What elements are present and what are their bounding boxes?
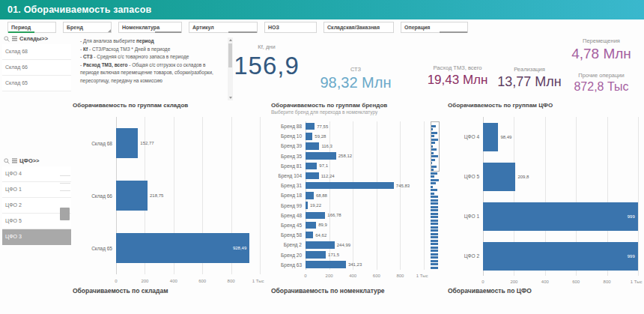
bar[interactable]: 928,49 — [116, 233, 249, 263]
scroll-down-icon[interactable] — [229, 97, 232, 99]
bar[interactable] — [306, 232, 313, 239]
minimap-bar — [431, 209, 438, 211]
x-tick-label: 0 — [482, 280, 484, 284]
x-tick-label: 600 — [198, 279, 206, 283]
listbox-warehouses-header[interactable]: Склады>> — [2, 33, 71, 44]
chart-brands-scroll-minimap[interactable] — [431, 121, 440, 270]
bar[interactable] — [306, 212, 325, 220]
listbox-cfo-header[interactable]: ЦФО>> — [2, 155, 71, 166]
x-tick-label: 600 — [373, 274, 380, 278]
value-label: 218,75 — [150, 193, 163, 198]
list-item[interactable]: Склад 65 — [2, 76, 71, 91]
bar[interactable] — [306, 261, 346, 268]
filter-label: НОЗ — [265, 25, 279, 30]
minimap-thumb[interactable] — [60, 208, 70, 220]
list-item[interactable]: Склад 66 — [2, 60, 71, 76]
plot-area: Склад 68152,77Склад 66218,75Склад 65928,… — [116, 117, 260, 274]
value-label: 258,12 — [338, 154, 352, 158]
bar-row: Склад 65928,49 — [116, 222, 260, 274]
bar-row: Бренд 2244,99 — [306, 240, 424, 250]
kpi-value: 156,9 — [219, 52, 314, 80]
filter-складская-заказная[interactable]: Складская/Заказная — [323, 22, 394, 33]
bar[interactable] — [306, 172, 319, 180]
bar[interactable] — [483, 123, 498, 151]
x-tick-label: 800 — [396, 274, 404, 278]
bar-row: Бренд 31745,83 — [306, 181, 424, 190]
gridline — [260, 117, 261, 274]
minimap-bar — [431, 186, 433, 188]
bar[interactable] — [306, 192, 314, 199]
category-label: Бренд 31 — [281, 183, 302, 188]
minimap-bar — [431, 263, 438, 265]
value-label: 19,22 — [310, 203, 321, 208]
kpi-label: Реализация — [490, 66, 568, 73]
x-tick-label: 400 — [170, 279, 177, 283]
list-icon — [12, 158, 17, 163]
bar[interactable] — [306, 182, 394, 190]
bar[interactable] — [116, 181, 148, 211]
filter-underline — [155, 31, 181, 33]
listbox-warehouses-title: Склады>> — [19, 35, 48, 42]
filter-label: Период — [8, 25, 31, 30]
bar[interactable] — [306, 142, 319, 150]
bar[interactable] — [306, 202, 308, 209]
value-label: 89,9 — [318, 223, 327, 227]
bar[interactable] — [306, 123, 315, 130]
bar-row: ЦФО 5209,8 — [483, 157, 638, 196]
minimap-bar — [431, 172, 437, 175]
value-label: 999 — [628, 254, 638, 259]
minimap-bar — [431, 240, 438, 242]
filter-underline — [228, 31, 257, 33]
bar[interactable] — [306, 241, 335, 249]
filter-label: Артикул — [189, 25, 214, 30]
value-label: 166,78 — [327, 213, 341, 217]
nav-link-warehouses[interactable]: Оборачиваемость по складам — [73, 287, 168, 295]
chart-warehouses-scroll-minimap[interactable] — [60, 175, 70, 259]
bar-row: Бренд 63341,23 — [306, 260, 424, 270]
chart-warehouse-groups: Оборачиваемость по группам складов Склад… — [73, 102, 266, 298]
filter-операция[interactable]: Операция — [401, 22, 468, 33]
bar-row: Бренд 48166,78 — [306, 211, 424, 220]
search-icon[interactable] — [4, 36, 10, 42]
bar[interactable] — [306, 152, 336, 160]
bar[interactable] — [306, 163, 317, 170]
minimap-bar — [431, 220, 438, 222]
bar[interactable] — [116, 128, 138, 158]
filter-ноз[interactable]: НОЗ — [264, 22, 317, 33]
minimap-bar — [431, 182, 436, 184]
minimap-bar — [60, 183, 70, 184]
value-label: 97,1 — [319, 163, 328, 168]
bar-row: Бренд 4589,9 — [306, 220, 424, 230]
minimap-bar — [431, 256, 438, 259]
bar[interactable] — [306, 133, 312, 140]
kpi-movements: Перемещения 4,78 Млн — [562, 37, 641, 62]
kpi-other-operations: Прочие операции 872,8 Тыс — [562, 72, 641, 94]
minimap-bar — [431, 179, 439, 181]
bar[interactable] — [483, 163, 515, 191]
bar[interactable] — [306, 222, 316, 229]
bar[interactable]: 999 — [483, 242, 638, 271]
x-tick-label: 1 Тыс — [631, 280, 643, 284]
kpi-value: 19,43 Млн — [416, 73, 499, 88]
scroll-up-icon[interactable] — [229, 39, 232, 41]
nav-link-cfo[interactable]: Оборачиваемость по ЦФО — [448, 287, 532, 295]
category-label: ЦФО 5 — [464, 174, 479, 179]
bar[interactable]: 999 — [483, 202, 638, 231]
info-line: - Расход ТМЗ, всего - Общая с/с отгрузок… — [80, 61, 222, 85]
filter-период[interactable]: Период — [7, 22, 56, 33]
filter-бренд[interactable]: Бренд — [63, 22, 112, 33]
minimap-bar — [431, 202, 438, 205]
category-label: ЦФО 2 — [464, 253, 479, 259]
minimap-viewport[interactable] — [431, 121, 440, 172]
list-item[interactable]: Склад 68 — [2, 44, 71, 60]
category-label: Бренд 35 — [281, 154, 302, 159]
bar[interactable] — [306, 251, 326, 259]
search-icon[interactable] — [4, 158, 10, 164]
filter-label: Складская/Заказная — [324, 25, 380, 30]
value-label: 171,5 — [328, 253, 339, 257]
value-label: 59,28 — [315, 134, 326, 139]
filter-артикул[interactable]: Артикул — [189, 22, 258, 33]
nav-link-nomenclature[interactable]: Оборачиваемость по номенклатуре — [271, 287, 385, 295]
filter-номенклатура[interactable]: Номенклатура — [118, 22, 182, 33]
bar-row: Бренд 20171,5 — [306, 250, 424, 259]
